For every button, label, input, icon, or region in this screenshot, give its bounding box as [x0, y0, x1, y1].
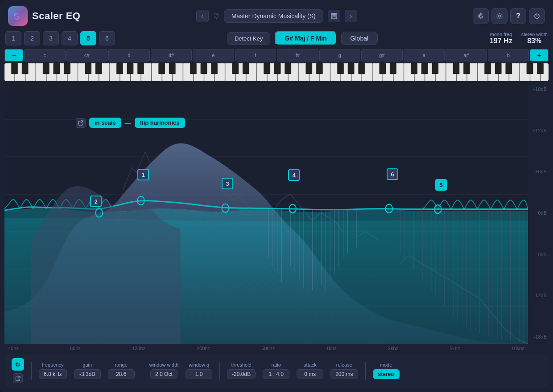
band-btn-5[interactable]: 5 — [80, 31, 96, 45]
note-dsharp[interactable]: d# — [151, 49, 192, 61]
band-power-group — [12, 358, 24, 383]
freq-10khz: 10khz — [512, 346, 524, 351]
svg-rect-72 — [232, 63, 239, 74]
release-label: release — [336, 362, 352, 368]
svg-point-157 — [434, 205, 442, 213]
note-asharp[interactable]: a# — [446, 49, 487, 61]
note-fsharp[interactable]: f# — [277, 49, 318, 61]
svg-rect-77 — [306, 63, 312, 74]
mono-freq-label: mono freq — [490, 32, 512, 37]
note-a[interactable]: a — [404, 49, 445, 61]
release-value[interactable]: 200 ms — [330, 369, 358, 379]
window-q-value[interactable]: 1.0 — [186, 369, 212, 379]
range-value[interactable]: 28.6 — [108, 369, 135, 379]
svg-point-153 — [137, 196, 144, 205]
freq-40hz: 40hz — [8, 346, 19, 351]
ext-link-button[interactable] — [13, 373, 23, 383]
svg-rect-62 — [85, 63, 91, 74]
svg-rect-91 — [506, 63, 512, 74]
app-title: Scaler EQ — [32, 10, 80, 22]
svg-point-4 — [498, 15, 500, 17]
preset-next-button[interactable]: › — [345, 10, 357, 22]
window-q-label: window q — [189, 362, 209, 368]
svg-point-158 — [385, 204, 392, 213]
svg-rect-71 — [211, 63, 217, 74]
db-plus6: +6dB — [530, 169, 547, 174]
svg-rect-64 — [116, 63, 123, 74]
in-scale-badge[interactable]: in scale — [89, 118, 121, 128]
band-btn-6[interactable]: 6 — [99, 31, 115, 45]
note-e[interactable]: e — [193, 49, 234, 61]
flip-harmonics-badge[interactable]: flip harmonics — [135, 118, 185, 128]
piano-keyboard[interactable] — [4, 63, 549, 81]
eq-canvas[interactable]: in scale — flip harmonics 1 2 3 4 5 6 — [4, 82, 528, 344]
note-plus-button[interactable]: + — [530, 49, 549, 61]
help-button[interactable]: ? — [510, 8, 526, 24]
note-d[interactable]: d — [108, 49, 150, 61]
param-attack: attack 0 ms — [297, 362, 323, 379]
freq-2khz: 2khz — [388, 346, 398, 351]
global-button[interactable]: Global — [341, 32, 378, 45]
key-display[interactable]: G# Maj / F Min — [275, 31, 336, 45]
power-button[interactable] — [529, 8, 545, 24]
svg-rect-59 — [43, 63, 49, 74]
window-width-label: window width — [149, 362, 178, 368]
band-numbers: 1 2 3 4 5 6 — [5, 31, 115, 45]
threshold-value[interactable]: -20.0dB — [227, 369, 256, 379]
note-c[interactable]: c — [24, 49, 66, 61]
freq-5khz: 5khz — [450, 346, 460, 351]
note-minus-button[interactable]: − — [4, 49, 23, 61]
band-power-button[interactable] — [12, 358, 24, 371]
logo-icon: S — [8, 6, 28, 26]
db-minus18: -18dB — [530, 334, 547, 339]
band-btn-1[interactable]: 1 — [5, 31, 21, 45]
note-csharp[interactable]: c# — [66, 49, 108, 61]
freq-value[interactable]: 6.8 kHz — [39, 369, 67, 379]
band-node-6[interactable]: 6 — [387, 168, 398, 180]
note-gsharp[interactable]: g# — [361, 49, 403, 61]
band-node-2[interactable]: 2 — [90, 196, 102, 207]
settings-button[interactable] — [491, 8, 508, 24]
note-b[interactable]: b — [488, 49, 529, 61]
param-gain: gain -3.3dB — [74, 362, 101, 379]
band-btn-4[interactable]: 4 — [62, 31, 78, 45]
band-btn-3[interactable]: 3 — [43, 31, 59, 45]
external-link-icon[interactable] — [76, 118, 86, 128]
freq-1khz: 1khz — [326, 346, 336, 351]
band-tabs: 1 2 3 4 5 6 Detect Key G# Maj / F Min Gl… — [4, 31, 549, 45]
param-ratio: ratio 1 : 4.0 — [263, 362, 289, 379]
gain-value[interactable]: -3.3dB — [74, 369, 101, 379]
freq-label: frequency — [42, 362, 63, 368]
mode-label: mode — [380, 362, 392, 368]
svg-rect-2 — [332, 13, 336, 16]
note-f[interactable]: f — [235, 49, 276, 61]
favorite-button[interactable]: ♡ — [213, 12, 219, 20]
preset-prev-button[interactable]: ‹ — [196, 10, 209, 22]
range-label: range — [115, 362, 128, 368]
band-node-5[interactable]: 5 — [435, 179, 447, 191]
param-window-width: window width 2.0 Oct — [149, 362, 178, 379]
stereo-width-value: 83% — [521, 37, 548, 45]
svg-text:S: S — [13, 11, 20, 22]
mode-value[interactable]: stereo — [373, 369, 400, 379]
window-width-value[interactable]: 2.0 Oct — [150, 369, 177, 379]
threshold-label: threshold — [231, 362, 251, 368]
db-plus18: +18dB — [530, 86, 547, 92]
band-node-1[interactable]: 1 — [137, 169, 149, 180]
freq-axis: 40hz 80hz 120hz 200hz 500hz 1khz 2khz 5k… — [4, 344, 528, 351]
reset-button[interactable] — [473, 8, 489, 24]
ratio-value[interactable]: 1 : 4.0 — [263, 369, 289, 379]
attack-label: attack — [303, 362, 316, 368]
detect-key-button[interactable]: Detect Key — [227, 32, 271, 45]
freq-width-area: mono freq 197 Hz stereo width 83% — [490, 32, 548, 45]
band-node-3[interactable]: 3 — [222, 178, 233, 189]
band-node-4[interactable]: 4 — [288, 169, 300, 181]
stereo-width-box: stereo width 83% — [521, 32, 548, 45]
note-g[interactable]: g — [319, 49, 361, 61]
attack-value[interactable]: 0 ms — [297, 369, 323, 379]
param-release: release 200 ms — [330, 362, 358, 379]
svg-rect-58 — [22, 63, 28, 74]
band-btn-2[interactable]: 2 — [24, 31, 40, 45]
param-range: range 28.6 — [108, 362, 135, 379]
save-button[interactable] — [328, 10, 340, 22]
